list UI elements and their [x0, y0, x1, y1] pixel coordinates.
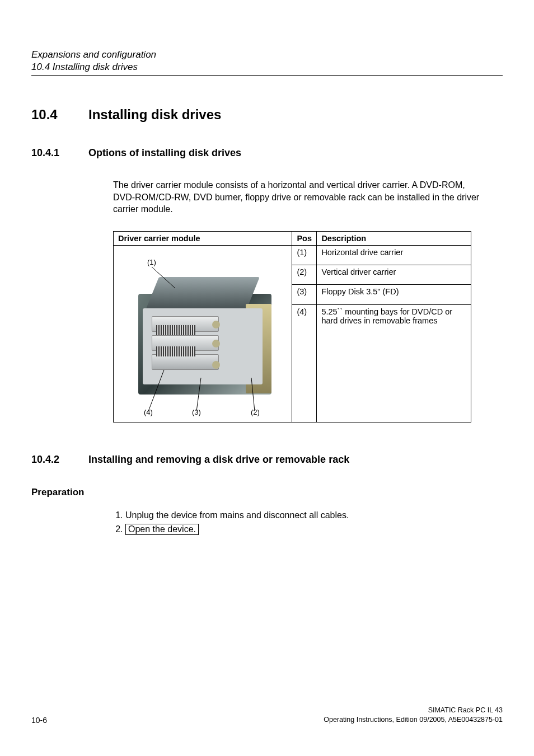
page-number: 10-6 [31, 716, 47, 725]
heading-number: 10.4 [31, 107, 58, 123]
svg-line-2 [196, 378, 201, 411]
running-head-rule [31, 75, 503, 76]
subheading-number: 10.4.2 [31, 454, 63, 466]
page-footer: 10-6 SIMATIC Rack PC IL 43 Operating Ins… [31, 706, 503, 725]
svg-line-3 [251, 378, 255, 411]
cell-pos-1: (1) [292, 245, 317, 265]
th-pos: Pos [292, 231, 317, 245]
heading-preparation: Preparation [31, 487, 503, 498]
paragraph-intro: The driver carrier module consists of a … [113, 179, 483, 215]
svg-line-0 [152, 267, 175, 288]
th-desc: Description [317, 231, 471, 245]
footer-doc: Operating Instructions, Edition 09/2005,… [324, 715, 503, 725]
heading-10-4: 10.4 Installing disk drives [31, 107, 503, 123]
cell-pos-3: (3) [292, 285, 317, 304]
heading-title: Installing disk drives [88, 107, 221, 123]
cell-desc-3: Floppy Disk 3.5" (FD) [317, 285, 471, 304]
subheading-number: 10.4.1 [31, 147, 63, 159]
step-1: Unplug the device from mains and disconn… [125, 510, 503, 520]
open-device-link[interactable]: Open the device. [125, 524, 199, 535]
step-2: Open the device. [125, 524, 503, 535]
callout-4: (4) [144, 408, 153, 416]
module-image-cell: (1) [114, 245, 292, 422]
callout-3: (3) [192, 408, 201, 416]
table-row: (1) [114, 245, 471, 265]
document-page: Expansions and configuration 10.4 Instal… [0, 0, 534, 756]
footer-doc-info: SIMATIC Rack PC IL 43 Operating Instruct… [324, 706, 503, 725]
th-module: Driver carrier module [114, 231, 292, 245]
cell-pos-2: (2) [292, 265, 317, 285]
table-header-row: Driver carrier module Pos Description [114, 231, 471, 245]
cell-desc-2: Vertical driver carrier [317, 265, 471, 285]
running-head-chapter: Expansions and configuration [31, 49, 503, 60]
leader-lines [114, 246, 293, 425]
running-head-section: 10.4 Installing disk drives [31, 62, 503, 73]
subheading-title: Options of installing disk drives [88, 147, 241, 159]
footer-product: SIMATIC Rack PC IL 43 [324, 706, 503, 715]
subheading-title: Installing and removing a disk drive or … [88, 454, 349, 466]
cell-desc-1: Horizontal drive carrier [317, 245, 471, 265]
callout-2: (2) [251, 408, 260, 416]
table-driver-carrier: Driver carrier module Pos Description (1… [113, 231, 503, 422]
cell-desc-4: 5.25`` mounting bays for DVD/CD or hard … [317, 304, 471, 422]
running-head: Expansions and configuration 10.4 Instal… [31, 49, 503, 76]
heading-10-4-1: 10.4.1 Options of installing disk drives [31, 147, 503, 159]
cell-pos-4: (4) [292, 304, 317, 422]
heading-10-4-2: 10.4.2 Installing and removing a disk dr… [31, 454, 503, 466]
svg-line-1 [148, 370, 164, 411]
preparation-steps: Unplug the device from mains and disconn… [113, 510, 503, 535]
